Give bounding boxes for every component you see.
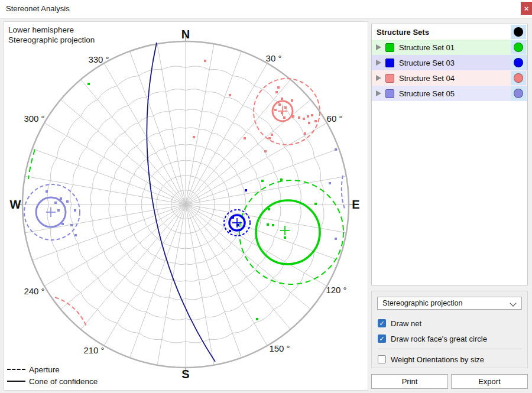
orientation-point: [314, 120, 317, 122]
projection-note: Lower hemisphere Stereographic projectio…: [8, 25, 95, 45]
window-title: Stereonet Analysis: [6, 4, 70, 13]
orientation-point: [298, 116, 300, 119]
orientation-point: [204, 60, 206, 62]
orientation-point: [335, 148, 337, 151]
set-color-dot: [514, 43, 523, 52]
orientation-point: [232, 216, 234, 219]
compass-east-label: E: [352, 198, 359, 212]
compass-south-label: S: [181, 368, 189, 381]
orientation-point: [74, 209, 76, 212]
azimuth-label: 300 °: [24, 113, 44, 124]
stereonet-plot-panel: Lower hemisphere Stereographic projectio…: [4, 21, 368, 391]
set-color-cell[interactable]: [511, 40, 526, 54]
compass-west-label: W: [10, 198, 21, 212]
checked-checkbox[interactable]: ✓: [378, 319, 386, 327]
orientation-point: [54, 202, 57, 204]
orientation-point: [264, 150, 267, 152]
structure-sets-panel: Structure Sets Structure Set 01Structure…: [371, 24, 528, 285]
azimuth-label: 330 °: [88, 54, 109, 64]
orientation-point: [281, 112, 283, 114]
orientation-point: [275, 91, 278, 93]
set-color-cell[interactable]: [511, 56, 526, 70]
title-bar: Stereonet Analysis ×: [0, 0, 532, 19]
set-label: Structure Set 05: [399, 89, 455, 98]
checkbox-label: Draw net: [391, 319, 421, 328]
expander-triangle-icon[interactable]: [376, 60, 381, 66]
orientation-point: [284, 236, 286, 239]
print-button[interactable]: Print: [371, 374, 448, 389]
orientation-point: [87, 83, 90, 85]
orientation-point: [193, 136, 195, 138]
hemisphere-note: Lower hemisphere: [8, 25, 95, 35]
orientation-point: [278, 103, 281, 106]
close-button[interactable]: ×: [521, 2, 532, 15]
orientation-point: [46, 190, 48, 193]
set-color-swatch[interactable]: [385, 74, 394, 83]
options-divider: [378, 349, 522, 349]
set-label: Structure Set 03: [399, 59, 455, 67]
projection-select[interactable]: Stereographic projection: [377, 297, 522, 310]
checked-checkbox[interactable]: ✓: [378, 334, 386, 343]
orientation-point: [291, 99, 293, 102]
set-color-swatch[interactable]: [385, 59, 394, 67]
solid-line-sample: [7, 381, 25, 382]
checkbox-label: Weight Orientations by size: [391, 355, 484, 364]
orientation-point: [335, 238, 337, 240]
orientation-point: [261, 180, 264, 182]
unchecked-checkbox[interactable]: [378, 355, 386, 363]
orientation-point: [57, 209, 60, 212]
orientation-point: [329, 182, 331, 184]
azimuth-label: 210 °: [83, 345, 104, 355]
legend-aperture: Aperture: [7, 363, 98, 375]
set-color-dot: [514, 73, 523, 83]
orientation-point: [303, 118, 305, 120]
checkbox-label: Draw rock face's great circle: [391, 334, 487, 343]
set-color-swatch[interactable]: [385, 89, 394, 98]
compass-north-label: N: [181, 28, 190, 41]
set-color-cell[interactable]: [511, 71, 526, 85]
orientation-point: [239, 229, 241, 231]
azimuth-label: 120 °: [326, 285, 346, 295]
structure-sets-title: Structure Sets: [377, 28, 429, 37]
aperture-wrap-arc: [342, 176, 345, 210]
orientation-point: [66, 200, 69, 203]
structure-set-row[interactable]: Structure Set 03: [372, 55, 527, 70]
cone-of-confidence-circle: [256, 200, 320, 264]
orientation-point: [307, 115, 309, 118]
orientation-point: [292, 115, 294, 118]
orientation-point: [314, 203, 317, 205]
all-sets-color-dot: [514, 27, 523, 37]
expander-triangle-icon[interactable]: [376, 75, 381, 81]
expander-triangle-icon[interactable]: [376, 90, 381, 96]
orientation-point: [60, 197, 62, 200]
orientation-point: [277, 86, 280, 89]
export-button[interactable]: Export: [451, 374, 528, 389]
orientation-point: [245, 189, 247, 191]
structure-sets-header: Structure Sets: [372, 24, 527, 40]
plot-options: ✓Draw net✓Draw rock face's great circleW…: [378, 316, 522, 367]
orientation-point: [70, 224, 73, 226]
checkbox-row: ✓Draw net: [378, 316, 522, 331]
structure-set-list: Structure Set 01Structure Set 03Structur…: [372, 40, 527, 101]
structure-set-row[interactable]: Structure Set 05: [372, 86, 527, 101]
structure-set-row[interactable]: Structure Set 04: [372, 70, 527, 86]
set-label: Structure Set 01: [399, 43, 455, 52]
checkbox-row: ✓Draw rock face's great circle: [378, 331, 522, 346]
orientation-point: [311, 114, 313, 116]
set-color-swatch[interactable]: [385, 43, 394, 52]
orientation-point: [272, 224, 274, 226]
orientation-point: [267, 223, 269, 226]
orientation-point: [236, 224, 239, 226]
set-layer: [24, 148, 345, 240]
orientation-point: [256, 318, 258, 320]
expander-triangle-icon[interactable]: [376, 44, 381, 50]
projection-select-value: Stereographic projection: [382, 299, 463, 307]
set-color-cell[interactable]: [511, 86, 526, 100]
orientation-point: [284, 106, 287, 109]
all-sets-color-cell[interactable]: [511, 25, 526, 39]
azimuth-label: 150 °: [269, 343, 290, 353]
legend-cone-label: Cone of confidence: [29, 377, 98, 386]
dashed-line-sample: [7, 369, 25, 370]
legend-aperture-label: Aperture: [29, 365, 60, 374]
structure-set-row[interactable]: Structure Set 01: [372, 40, 527, 55]
